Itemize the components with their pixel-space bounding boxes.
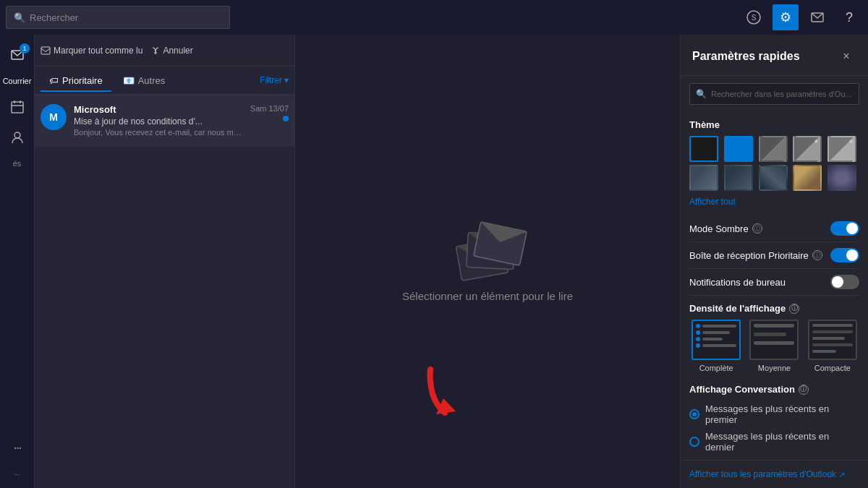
radio-recent-first[interactable]: Messages les plus récents en premier xyxy=(689,401,859,428)
mode-sombre-label: Mode Sombre ⓘ xyxy=(689,223,762,234)
email-list: Marquer tout comme lu Annuler 🏷 Priorita… xyxy=(35,35,295,488)
compose-icon[interactable] xyxy=(804,4,830,30)
radio-recent-last-btn[interactable] xyxy=(689,437,699,447)
density-moyenne[interactable]: Moyenne xyxy=(747,320,801,372)
email-meta: Sam 13/07 xyxy=(250,104,289,137)
conversation-title: Affichage Conversation ⓘ xyxy=(689,384,859,395)
theme-swatch-black[interactable] xyxy=(689,136,718,162)
theme-swatch-img5[interactable] xyxy=(827,165,856,191)
density-complete-label: Complète xyxy=(699,364,733,372)
mark-all-read-button[interactable]: Marquer tout comme lu xyxy=(41,46,142,56)
density-compacte[interactable]: Compacte xyxy=(806,320,859,372)
email-item[interactable]: M Microsoft Mise à jour de nos condition… xyxy=(35,95,294,146)
email-sender: Microsoft xyxy=(74,104,243,115)
svg-rect-9 xyxy=(41,47,50,54)
svg-rect-4 xyxy=(12,102,23,113)
theme-swatch-img1[interactable] xyxy=(689,165,718,191)
tab-prioritaire[interactable]: 🏷 Prioritaire xyxy=(41,71,111,92)
density-compacte-label: Compacte xyxy=(814,364,851,372)
mode-sombre-info-icon[interactable]: ⓘ xyxy=(752,223,762,234)
notifications-row: Notifications de bureau xyxy=(689,269,859,296)
theme-swatch-gray1[interactable] xyxy=(759,136,788,162)
theme-swatch-img2[interactable] xyxy=(724,165,753,191)
top-bar: 🔍 Rechercher S ⚙ ? xyxy=(0,0,868,35)
tab-autres-icon: 📧 xyxy=(123,75,135,86)
arrow-overlay xyxy=(416,362,474,430)
filter-chevron-icon: ▾ xyxy=(284,75,289,85)
boite-reception-toggle[interactable] xyxy=(830,248,859,262)
sidebar-item-more[interactable]: ··· xyxy=(0,432,34,461)
theme-swatch-blue[interactable] xyxy=(724,136,753,162)
svg-text:M: M xyxy=(49,111,58,123)
density-info-icon[interactable]: ⓘ xyxy=(789,304,799,314)
reading-pane: Sélectionner un élément pour le lire xyxy=(295,35,680,488)
sidebar-label-more: ... xyxy=(11,463,22,482)
sidebar-left: 1 Courrier és ··· ... xyxy=(0,35,35,488)
notifications-toggle[interactable] xyxy=(830,275,859,289)
radio-recent-last[interactable]: Messages les plus récents en dernier xyxy=(689,428,859,455)
cancel-label: Annuler xyxy=(163,46,192,56)
theme-title: Thème xyxy=(689,119,859,130)
settings-search-icon: 🔍 xyxy=(696,89,707,99)
afficher-tout-link[interactable]: Afficher tout xyxy=(689,197,859,207)
settings-footer: Afficher tous les paramètres d'Outlook ↗ xyxy=(681,460,868,488)
search-icon: 🔍 xyxy=(14,12,25,23)
settings-search[interactable]: 🔍 Rechercher dans les paramètres d'Ou... xyxy=(689,83,859,105)
email-tabs: 🏷 Prioritaire 📧 Autres Filtrer ▾ xyxy=(35,67,294,95)
theme-grid: ★ ★ xyxy=(689,136,859,191)
boite-reception-label: Boîte de réception Prioritaire ⓘ xyxy=(689,250,822,261)
tab-autres-label: Autres xyxy=(138,75,166,86)
settings-title: Paramètres rapides xyxy=(692,50,800,63)
sidebar-label-courrier: Courrier xyxy=(0,71,34,91)
mode-sombre-toggle[interactable] xyxy=(830,221,859,236)
density-complete[interactable]: Complète xyxy=(689,320,743,372)
settings-icon[interactable]: ⚙ xyxy=(773,4,799,30)
radio-recent-last-label: Messages les plus récents en dernier xyxy=(705,431,859,453)
settings-header: Paramètres rapides × xyxy=(681,35,868,76)
email-content: Microsoft Mise à jour de nos conditions … xyxy=(74,104,243,137)
svg-point-8 xyxy=(14,132,20,138)
boite-reception-row: Boîte de réception Prioritaire ⓘ xyxy=(689,242,859,269)
conversation-info-icon[interactable]: ⓘ xyxy=(799,385,809,395)
email-preview: Bonjour, Vous recevez cet e-mail, car no… xyxy=(74,128,243,137)
email-date: Sam 13/07 xyxy=(250,104,289,113)
sidebar-item-calendrier[interactable] xyxy=(0,93,34,121)
boite-reception-info-icon[interactable]: ⓘ xyxy=(812,250,822,260)
density-complete-preview xyxy=(692,320,741,360)
radio-recent-first-label: Messages les plus récents en premier xyxy=(705,403,859,425)
theme-swatch-img3[interactable] xyxy=(759,165,788,191)
theme-swatch-gray2[interactable]: ★ xyxy=(793,136,822,162)
filter-button[interactable]: Filtrer ▾ xyxy=(260,75,289,85)
density-title: Densité de l'affichage ⓘ xyxy=(689,303,859,314)
toggle-section: Mode Sombre ⓘ Boîte de réception Priorit… xyxy=(681,215,868,296)
density-compacte-preview xyxy=(808,320,857,360)
email-avatar: M xyxy=(41,104,67,130)
top-bar-icons: S ⚙ ? xyxy=(741,4,862,30)
theme-swatch-img4[interactable] xyxy=(793,165,822,191)
main-area: 1 Courrier és ··· ... xyxy=(0,35,868,488)
tab-autres[interactable]: 📧 Autres xyxy=(114,71,174,92)
tab-prioritaire-label: Prioritaire xyxy=(62,75,103,86)
mark-all-label: Marquer tout comme lu xyxy=(54,46,142,56)
svg-marker-18 xyxy=(436,398,456,414)
mail-icon-group xyxy=(451,221,524,278)
search-placeholder: Rechercher xyxy=(30,12,78,23)
sidebar-item-personnes[interactable] xyxy=(0,123,34,152)
cancel-button[interactable]: Annuler xyxy=(151,46,192,56)
mail-badge: 1 xyxy=(20,43,30,53)
empty-state: Sélectionner un élément pour le lire xyxy=(402,221,573,302)
email-toolbar: Marquer tout comme lu Annuler xyxy=(35,35,294,67)
density-moyenne-label: Moyenne xyxy=(758,364,791,372)
notifications-label: Notifications de bureau xyxy=(689,277,786,288)
sidebar-item-courrier[interactable]: 1 xyxy=(0,40,34,69)
help-icon[interactable]: ? xyxy=(836,4,862,30)
radio-recent-first-btn[interactable] xyxy=(689,409,699,419)
density-section: Densité de l'affichage ⓘ xyxy=(681,296,868,377)
email-subject: Mise à jour de nos conditions d'... xyxy=(74,116,243,127)
skype-icon[interactable]: S xyxy=(741,4,767,30)
density-moyenne-preview xyxy=(749,320,799,360)
theme-swatch-gray3[interactable]: ★ xyxy=(827,136,856,162)
all-settings-link[interactable]: Afficher tous les paramètres d'Outlook ↗ xyxy=(689,469,859,479)
search-box[interactable]: 🔍 Rechercher xyxy=(6,6,230,29)
close-settings-button[interactable]: × xyxy=(836,46,856,67)
